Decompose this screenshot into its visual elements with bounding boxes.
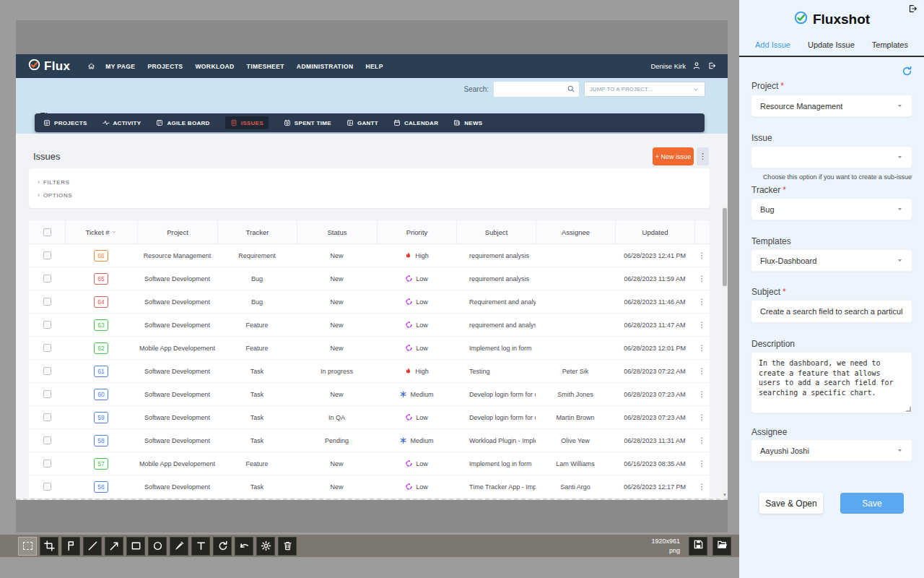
- brush-tool[interactable]: [170, 537, 188, 556]
- row-menu-button[interactable]: ⋮: [694, 406, 710, 428]
- tab-issues[interactable]: ISSUES: [225, 116, 269, 129]
- tab-calendar[interactable]: CALENDAR: [393, 119, 438, 126]
- rectangle-tool[interactable]: [126, 537, 145, 556]
- issue-select[interactable]: [751, 146, 912, 168]
- tab-activity[interactable]: ACTIVITY: [103, 119, 141, 126]
- assignee-select[interactable]: Aayushi Joshi: [751, 439, 912, 462]
- row-checkbox[interactable]: [43, 344, 51, 352]
- table-scrollbar[interactable]: ▼: [722, 204, 728, 499]
- column-header-assignee[interactable]: Assignee: [536, 220, 615, 243]
- fluxshot-tab-update-issue[interactable]: Update Issue: [808, 40, 855, 56]
- ticket-badge[interactable]: 57: [94, 458, 108, 470]
- person-icon[interactable]: [692, 60, 701, 73]
- selection-tool[interactable]: [18, 537, 37, 556]
- trash-tool[interactable]: [278, 537, 297, 556]
- row-menu-button[interactable]: ⋮: [694, 452, 710, 475]
- row-checkbox[interactable]: [43, 298, 51, 306]
- save-image-button[interactable]: [689, 537, 707, 556]
- arrow-tool[interactable]: [105, 537, 123, 556]
- table-row[interactable]: 65Software DevelopmentBugNewLowrequireme…: [29, 267, 710, 290]
- ellipse-tool[interactable]: [148, 537, 167, 556]
- nav-item-projects[interactable]: PROJECTS: [147, 63, 183, 70]
- nav-item-help[interactable]: HELP: [366, 63, 383, 70]
- settings-tool[interactable]: [256, 537, 275, 556]
- project-select[interactable]: Resource Management: [751, 95, 912, 117]
- options-toggle[interactable]: › OPTIONS: [38, 189, 701, 202]
- ticket-badge[interactable]: 56: [94, 481, 108, 493]
- description-textarea[interactable]: In the dashboard, we need to create a fe…: [751, 352, 912, 413]
- row-menu-button[interactable]: ⋮: [694, 383, 710, 405]
- column-header-updated[interactable]: Updated: [615, 220, 694, 243]
- select-all-checkbox[interactable]: [43, 228, 51, 236]
- row-checkbox[interactable]: [43, 367, 51, 375]
- row-menu-button[interactable]: ⋮: [694, 244, 710, 267]
- tab-news[interactable]: NEWS: [453, 119, 482, 126]
- row-menu-button[interactable]: ⋮: [694, 267, 710, 290]
- table-row[interactable]: 58Software DevelopmentTaskPendingMediumW…: [29, 429, 710, 452]
- row-checkbox[interactable]: [43, 483, 51, 491]
- new-issue-button[interactable]: + New issue: [653, 147, 694, 165]
- table-row[interactable]: 59Software DevelopmentTaskIn QALowDevelo…: [29, 406, 710, 429]
- column-header-ticket[interactable]: Ticket #: [65, 220, 137, 243]
- table-row[interactable]: 57Mobile App DevelopementFeatureNewLowIm…: [29, 452, 710, 475]
- table-row[interactable]: 64Software DevelopmentBugNewLowRequireme…: [29, 290, 710, 314]
- row-checkbox[interactable]: [43, 460, 51, 467]
- row-menu-button[interactable]: ⋮: [694, 360, 710, 382]
- home-icon[interactable]: [87, 62, 95, 70]
- nav-item-my-page[interactable]: MY PAGE: [105, 63, 135, 70]
- save-and-open-button[interactable]: Save & Open: [759, 493, 823, 514]
- row-menu-button[interactable]: ⋮: [694, 337, 710, 359]
- tracker-select[interactable]: Bug: [751, 198, 912, 220]
- open-folder-button[interactable]: [712, 537, 731, 556]
- line-tool[interactable]: [83, 537, 102, 556]
- row-menu-button[interactable]: ⋮: [694, 475, 710, 498]
- tab-spent-time[interactable]: SPENT TIME: [284, 119, 331, 126]
- column-header-priority[interactable]: Priority: [377, 220, 456, 243]
- row-menu-button[interactable]: ⋮: [694, 314, 710, 336]
- flux-search-input[interactable]: [494, 82, 579, 97]
- ticket-badge[interactable]: 60: [94, 389, 108, 400]
- row-checkbox[interactable]: [43, 413, 51, 421]
- ticket-badge[interactable]: 63: [94, 319, 108, 331]
- fluxshot-tab-add-issue[interactable]: Add Issue: [755, 40, 790, 56]
- row-checkbox[interactable]: [43, 275, 51, 282]
- save-button[interactable]: Save: [840, 493, 904, 514]
- table-row[interactable]: 56Software DevelopmentTaskNewLowTime Tra…: [29, 475, 710, 499]
- flag-tool[interactable]: [61, 537, 80, 556]
- ticket-badge[interactable]: 66: [94, 250, 108, 262]
- ticket-badge[interactable]: 58: [94, 435, 108, 447]
- column-header-status[interactable]: Status: [297, 220, 377, 243]
- issues-menu-button[interactable]: ⋮: [697, 147, 709, 165]
- ticket-badge[interactable]: 62: [94, 342, 108, 354]
- nav-item-administration[interactable]: ADMINISTRATION: [297, 63, 354, 70]
- ticket-badge[interactable]: 59: [94, 412, 108, 423]
- ticket-badge[interactable]: 65: [94, 273, 108, 285]
- ticket-badge[interactable]: 61: [94, 366, 108, 377]
- fluxshot-tab-templates[interactable]: Templates: [872, 40, 908, 56]
- row-checkbox[interactable]: [43, 251, 51, 259]
- redo-tool[interactable]: [213, 537, 232, 556]
- filters-toggle[interactable]: › FILTERS: [38, 176, 701, 189]
- tab-agile-board[interactable]: AGILE BOARD: [156, 119, 209, 126]
- column-header-tracker[interactable]: Tracker: [217, 220, 297, 243]
- row-checkbox[interactable]: [43, 436, 51, 444]
- row-menu-button[interactable]: ⋮: [694, 290, 710, 313]
- scrollbar-thumb[interactable]: [723, 208, 727, 286]
- row-menu-button[interactable]: ⋮: [694, 429, 710, 452]
- table-row[interactable]: 61Software DevelopmentTaskIn progressHig…: [29, 360, 710, 383]
- refresh-icon[interactable]: [902, 66, 912, 77]
- tab-gantt[interactable]: GANTT: [346, 119, 378, 126]
- nav-item-workload[interactable]: WORKLOAD: [195, 63, 234, 70]
- tab-projects[interactable]: PROJECTS: [43, 119, 87, 126]
- row-checkbox[interactable]: [43, 390, 51, 398]
- row-checkbox[interactable]: [43, 321, 51, 329]
- crop-tool[interactable]: [40, 537, 58, 556]
- table-row[interactable]: 66Resource ManagementRequirementNewHighr…: [29, 244, 710, 267]
- table-row[interactable]: 60Software DevelopmentTaskNewMediumDevel…: [29, 383, 710, 406]
- column-header-project[interactable]: Project: [137, 220, 217, 243]
- jump-to-project-select[interactable]: JUMP TO A PROJECT...: [584, 82, 705, 97]
- text-tool[interactable]: [191, 537, 210, 556]
- nav-item-timesheet[interactable]: TIMESHEET: [247, 63, 284, 70]
- subject-input[interactable]: Create a search field to search a partic…: [751, 300, 912, 323]
- scrollbar-down-arrow[interactable]: ▼: [723, 493, 727, 497]
